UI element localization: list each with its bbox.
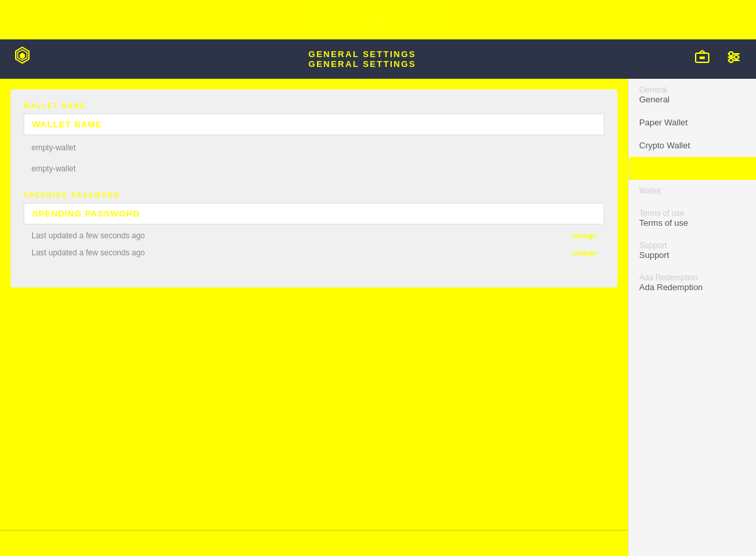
header-title: GENERAL SETTINGS — [308, 49, 416, 59]
sidebar-item-paper-wallet[interactable]: Paper Wallet — [629, 111, 756, 134]
top-banner: · · · · · · · · · · · · · · · · · · · · … — [0, 0, 756, 39]
sidebar-label-crypto-wallet: Crypto Wallet — [639, 140, 746, 150]
banner-text-2: · · · · · · · — [361, 20, 396, 28]
settings-icon-button[interactable] — [722, 45, 746, 73]
banner-text-1: · · · · · · · · · · · · · · · · · · · · … — [318, 12, 438, 20]
svg-point-10 — [729, 58, 733, 62]
svg-marker-2 — [20, 53, 25, 59]
sidebar-label-paper-wallet: Paper Wallet — [639, 118, 746, 127]
password-row-2: Last updated a few seconds ago change — [24, 244, 604, 261]
sidebar-label-support-shadow: Support — [639, 241, 746, 250]
change-link-2[interactable]: change — [571, 249, 597, 257]
last-updated-2: Last updated a few seconds ago — [32, 248, 145, 257]
spending-password-section: SPENDING PASSWORD SPENDING PASSWORD Last… — [24, 192, 604, 261]
spending-password-label-shadow: SPENDING PASSWORD — [24, 192, 604, 199]
logo — [10, 46, 34, 73]
sidebar-label-terms-shadow: Terms of use — [639, 209, 746, 218]
header-subtitle: GENERAL SETTINGS — [308, 59, 416, 69]
sidebar-label-ada: Ada Redemption — [639, 282, 746, 292]
sidebar-label-general: General — [639, 95, 746, 104]
sidebar-label-wallet-active: Wallet — [639, 163, 746, 173]
sidebar-item-support[interactable]: Support Support — [629, 234, 756, 267]
sidebar-item-wallet-active[interactable]: Wallet — [629, 157, 756, 180]
sidebar-label-terms: Terms of use — [639, 218, 746, 228]
sidebar: General General Paper Wallet Crypto Wall… — [628, 79, 756, 556]
wallet-name-section: WALLET NAME WALLET NAME empty-wallet emp… — [24, 102, 604, 179]
logo-icon — [10, 46, 34, 73]
change-link-1[interactable]: change — [571, 232, 597, 240]
sidebar-item-terms-of-use[interactable]: Terms of use Terms of use — [629, 202, 756, 234]
main-layout: WALLET NAME WALLET NAME empty-wallet emp… — [0, 79, 756, 556]
content-area: WALLET NAME WALLET NAME empty-wallet emp… — [0, 79, 628, 556]
wallet-name-value1: empty-wallet — [24, 138, 604, 158]
sidebar-label-support: Support — [639, 250, 746, 260]
sidebar-label-ada-shadow: Ada Redemption — [639, 273, 746, 282]
header-icons — [690, 45, 746, 73]
header: GENERAL SETTINGS GENERAL SETTINGS — [0, 39, 756, 79]
sidebar-item-ada-redemption[interactable]: Ada Redemption Ada Redemption — [629, 267, 756, 299]
sidebar-label-general-shadow: General — [639, 85, 746, 95]
sidebar-label-wallet-shadow: Wallet — [639, 186, 746, 196]
last-updated-1: Last updated a few seconds ago — [32, 231, 145, 240]
header-center: GENERAL SETTINGS GENERAL SETTINGS — [308, 49, 416, 69]
save-bar — [0, 530, 628, 556]
svg-rect-4 — [700, 56, 705, 59]
password-row-1: Last updated a few seconds ago change — [24, 227, 604, 244]
settings-panel: WALLET NAME WALLET NAME empty-wallet emp… — [10, 89, 618, 288]
wallet-name-value2: empty-wallet — [24, 159, 604, 179]
sidebar-active-indicator — [629, 157, 631, 180]
sidebar-item-wallet-shadow[interactable]: Wallet — [629, 180, 756, 202]
sidebar-item-general[interactable]: General General — [629, 79, 756, 111]
svg-point-8 — [729, 52, 733, 56]
wallet-icon-button[interactable] — [690, 45, 714, 73]
wallet-name-label-shadow: WALLET NAME — [24, 102, 604, 110]
spending-password-field-label: SPENDING PASSWORD — [24, 203, 604, 225]
sidebar-item-crypto-wallet[interactable]: Crypto Wallet — [629, 134, 756, 157]
svg-point-9 — [734, 55, 738, 59]
wallet-name-field-label: WALLET NAME — [24, 114, 604, 135]
